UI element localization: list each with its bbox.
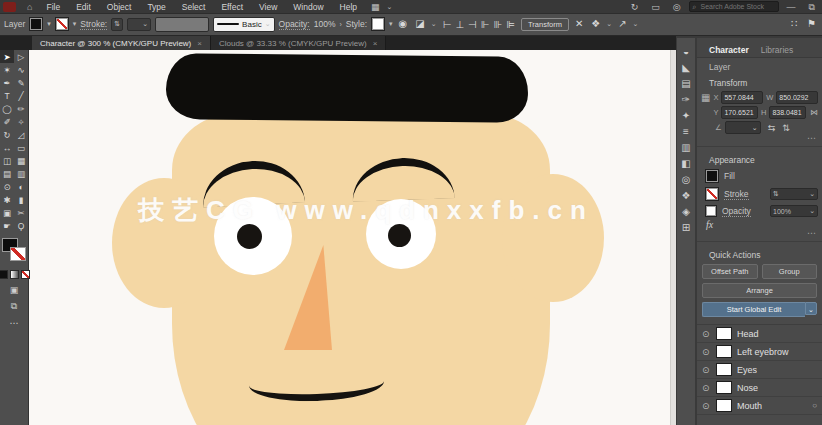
perspective-grid-tool-icon[interactable]: ▦ (14, 154, 28, 167)
selection-tool-icon[interactable]: ➤ (0, 50, 14, 63)
paintbrush-tool-icon[interactable]: ✏ (14, 102, 28, 115)
tab-character[interactable]: Character (709, 45, 749, 55)
stroke-indicator[interactable] (10, 247, 26, 261)
style-swatch[interactable] (371, 17, 385, 31)
layer-target-icon[interactable]: ○ (812, 401, 819, 410)
layer-thumbnail[interactable] (716, 381, 732, 394)
rotate-angle-dropdown[interactable]: ⌄ (725, 121, 761, 134)
fill-color-swatch[interactable] (29, 17, 43, 31)
free-transform-tool-icon[interactable]: ▭ (14, 141, 28, 154)
magic-wand-tool-icon[interactable]: ✶ (0, 63, 14, 76)
column-graph-tool-icon[interactable]: ▮ (14, 193, 28, 206)
transform-more-options[interactable]: ⋯ (697, 135, 822, 142)
arrange-documents-icon[interactable]: ▭ (646, 1, 665, 13)
start-global-edit-button[interactable]: Start Global Edit (702, 302, 805, 317)
stroke-stepper-icon[interactable]: ⇅ (773, 190, 779, 198)
draw-mode-icon[interactable]: ▣ (10, 285, 19, 295)
artboard-tool-icon[interactable]: ▣ (0, 206, 14, 219)
w-field[interactable]: 850.0292 (776, 91, 818, 104)
distribute-left-icon[interactable]: ⊩ (479, 19, 492, 30)
ellipse-tool-icon[interactable]: ◯ (0, 102, 14, 115)
home-icon[interactable]: ⌂ (22, 1, 37, 13)
layer-row[interactable]: ⊙ Mouth ○ (697, 397, 822, 415)
color-guide-panel-icon[interactable]: ◣ (677, 59, 695, 75)
line-segment-tool-icon[interactable]: ╱ (14, 89, 28, 102)
brush-definition-dropdown[interactable]: Basic ⌄ (213, 17, 274, 32)
offset-path-button[interactable]: Offset Path (702, 264, 758, 279)
isolate-selection-icon[interactable]: ↗ (616, 17, 628, 31)
none-button[interactable] (21, 270, 30, 279)
constrain-proportions-icon[interactable]: ⋈ (810, 108, 818, 117)
gradient-tool-icon[interactable]: ▥ (14, 167, 28, 180)
menu-help[interactable]: Help (333, 1, 364, 13)
stroke-weight-label[interactable]: Stroke: (80, 19, 107, 30)
hand-tool-icon[interactable]: ☛ (0, 219, 14, 232)
appearance-fill-swatch[interactable] (705, 169, 719, 183)
artboard-canvas[interactable]: 技艺CG www.qdnxxfb.cn (28, 50, 676, 425)
layer-row[interactable]: ⊙ Left eyebrow (697, 343, 822, 361)
color-button[interactable] (0, 270, 8, 279)
appearance-panel-icon[interactable]: ◎ (677, 171, 695, 187)
sync-icon[interactable]: ↻ (626, 1, 644, 13)
color-panel-icon[interactable]: ◒ (677, 43, 695, 59)
layer-row[interactable]: ⊙ Head (697, 325, 822, 343)
visibility-eye-icon[interactable]: ⊙ (702, 329, 711, 339)
appearance-more-options[interactable]: ⋯ (697, 230, 822, 237)
dock-grid-icon[interactable]: ∷ (789, 17, 799, 31)
blend-tool-icon[interactable]: ◐ (14, 180, 28, 193)
layers-panel-icon[interactable]: ◈ (677, 203, 695, 219)
type-tool-icon[interactable]: T (0, 89, 14, 102)
tab-close-icon[interactable]: × (197, 39, 202, 48)
direct-selection-tool-icon[interactable]: ▷ (14, 50, 28, 63)
visibility-eye-icon[interactable]: ⊙ (702, 365, 711, 375)
lasso-tool-icon[interactable]: ∿ (14, 63, 28, 76)
gradient-button[interactable] (10, 270, 19, 279)
stroke-dropdown-chevron-icon[interactable]: ⌄ (809, 190, 815, 198)
tab-close-icon[interactable]: × (373, 39, 378, 48)
group-button[interactable]: Group (762, 264, 818, 279)
distribute-center-icon[interactable]: ⊪ (492, 19, 505, 30)
x-field[interactable]: 557.0844 (721, 91, 763, 104)
reference-point-widget[interactable]: ▦ (701, 92, 710, 103)
opacity-value[interactable]: 100% (314, 19, 336, 29)
stroke-weight-control[interactable]: ⇅ ⌄ (770, 188, 818, 200)
layer-thumbnail[interactable] (716, 363, 732, 376)
stroke-panel-icon[interactable]: ≡ (677, 123, 695, 139)
arrange-button[interactable]: Arrange (702, 283, 817, 298)
menu-select[interactable]: Select (175, 1, 213, 13)
scale-tool-icon[interactable]: ◿ (14, 128, 28, 141)
h-field[interactable]: 838.0481 (769, 106, 806, 119)
opacity-swatch[interactable] (705, 205, 717, 217)
search-input[interactable] (698, 2, 772, 11)
opacity-label[interactable]: Opacity: (279, 19, 310, 30)
gpu-performance-icon[interactable]: ◎ (668, 1, 686, 13)
brushes-panel-icon[interactable]: ✑ (677, 91, 695, 107)
opacity-control[interactable]: 100% ⌄ (770, 205, 818, 217)
isolate-chevron-icon[interactable]: ⌄ (633, 20, 639, 28)
visibility-eye-icon[interactable]: ⊙ (702, 347, 711, 357)
global-edit-chevron-icon[interactable]: ⌄ (805, 302, 817, 315)
workspace-switcher-icon[interactable]: ▦ (366, 1, 385, 13)
appearance-stroke-label[interactable]: Stroke (724, 189, 749, 200)
appearance-stroke-swatch[interactable] (705, 187, 719, 201)
stroke-menu-arrow-icon[interactable]: ▾ (73, 20, 77, 28)
graphic-styles-panel-icon[interactable]: ❖ (677, 187, 695, 203)
stroke-weight-stepper[interactable]: ⇅ (111, 18, 123, 31)
layer-row[interactable]: ⊙ Nose (697, 379, 822, 397)
shape-builder-tool-icon[interactable]: ◫ (0, 154, 14, 167)
fx-effects-icon[interactable]: fx (697, 219, 822, 230)
transform-button[interactable]: Transform (521, 18, 569, 31)
menu-file[interactable]: File (39, 1, 67, 13)
pen-tool-icon[interactable]: ✒ (0, 76, 14, 89)
visibility-eye-icon[interactable]: ⊙ (702, 383, 711, 393)
stroke-color-swatch[interactable] (55, 17, 69, 31)
document-setup-icon[interactable]: ◪ (413, 17, 426, 31)
edit-toolbar-icon[interactable]: ⋯ (10, 318, 19, 328)
select-similar-chevron-icon[interactable]: ⌄ (606, 20, 612, 28)
slice-tool-icon[interactable]: ✂ (14, 206, 28, 219)
eyedropper-tool-icon[interactable]: ⊙ (0, 180, 14, 193)
fill-menu-arrow-icon[interactable]: ▾ (47, 20, 51, 28)
style-menu-arrow-icon[interactable]: ▾ (389, 20, 393, 28)
flip-vertical-icon[interactable]: ⇅ (782, 123, 790, 133)
restore-button[interactable]: ⧉ (804, 1, 820, 13)
